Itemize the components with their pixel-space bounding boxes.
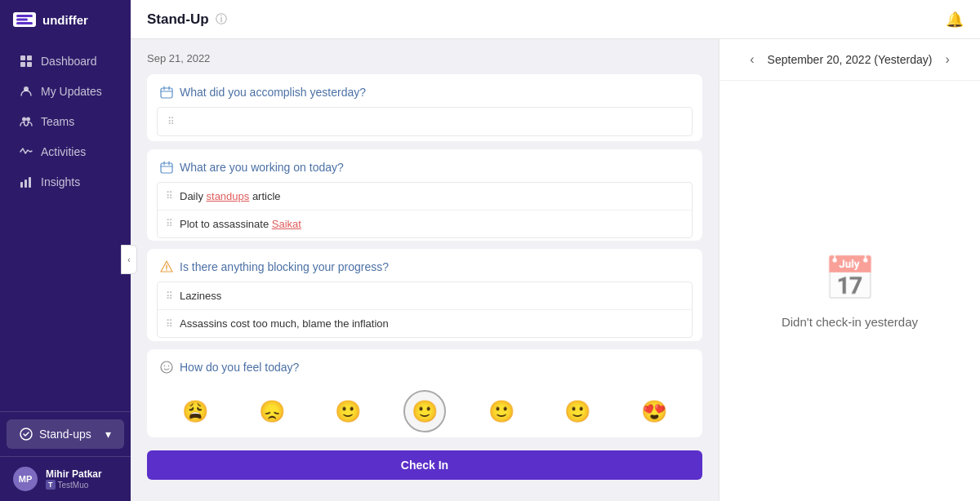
svg-rect-11: [24, 180, 27, 188]
sidebar-item-teams[interactable]: Teams: [7, 107, 124, 136]
my-updates-icon: [20, 85, 33, 98]
chevron-down-icon: ▾: [105, 428, 111, 441]
logo-text: undiffer: [42, 13, 88, 27]
prev-day-button[interactable]: ‹: [745, 51, 759, 69]
activities-icon: [20, 145, 33, 158]
topbar-right: 🔔: [946, 11, 964, 29]
q2-header: What are you working on today?: [147, 149, 702, 182]
calendar-icon-2: [160, 161, 173, 174]
emoji-4[interactable]: 🙂: [403, 390, 446, 432]
sidebar-item-insights[interactable]: Insights: [7, 167, 124, 197]
emoji-5[interactable]: 🙂: [480, 390, 523, 432]
q1-input-row[interactable]: ⠿: [157, 107, 693, 136]
warning-icon: [160, 260, 173, 273]
logo-icon: [13, 12, 36, 27]
emoji-row: 😩 😞 🙂 🙂 🙂 🙂 😍: [147, 382, 702, 437]
standup-label: Stand-ups: [39, 428, 91, 441]
sidebar-item-label: Insights: [41, 175, 80, 188]
standup-icon: [20, 428, 33, 441]
q3-card: Is there anything blocking your progress…: [147, 249, 702, 341]
main-area: Stand-Up ⓘ 🔔 Sep 21, 2022 What did you a…: [131, 0, 980, 501]
q2-items-box: ⠿ Daily standups article ⠿ Plot to assas…: [157, 182, 693, 238]
sidebar: undiffer Dashboard My Updates: [0, 0, 131, 501]
insights-icon: [20, 175, 33, 188]
q3-item-2-text: Assassins cost too much, blame the infla…: [180, 317, 389, 330]
content-area: Sep 21, 2022 What did you accomplish yes…: [131, 39, 980, 501]
sidebar-item-label: Activities: [41, 145, 86, 158]
check-in-button[interactable]: Check In: [147, 450, 702, 480]
info-icon[interactable]: ⓘ: [216, 12, 227, 27]
sidebar-item-label: My Updates: [41, 85, 102, 98]
emoji-2[interactable]: 😞: [251, 390, 293, 432]
team-badge: T: [46, 480, 56, 490]
q4-card: How do you feel today? 😩 😞 🙂 🙂 🙂 🙂 😍: [147, 349, 702, 437]
q2-item-2-text: Plot to assassinate Saikat: [180, 218, 301, 230]
right-panel-body: 📅 Didn't check-in yesterday: [719, 81, 980, 501]
svg-rect-3: [20, 55, 25, 60]
q4-header: How do you feel today?: [147, 349, 702, 382]
drag-handle-icon: ⠿: [166, 190, 173, 202]
page-title: Stand-Up: [147, 11, 209, 28]
q2-item-2[interactable]: ⠿ Plot to assassinate Saikat: [158, 211, 692, 237]
q2-card: What are you working on today? ⠿ Daily s…: [147, 149, 702, 242]
q3-item-2[interactable]: ⠿ Assassins cost too much, blame the inf…: [158, 310, 692, 337]
sidebar-item-label: Dashboard: [41, 55, 97, 68]
svg-rect-10: [20, 182, 23, 188]
team-name: TestMuo: [58, 481, 89, 490]
emoji-7[interactable]: 😍: [633, 390, 675, 432]
q2-item-1[interactable]: ⠿ Daily standups article: [158, 183, 692, 211]
notification-bell-icon[interactable]: 🔔: [946, 11, 964, 28]
right-panel: ‹ September 20, 2022 (Yesterday) › 📅 Did…: [719, 39, 980, 501]
emoji-3[interactable]: 🙂: [327, 390, 369, 432]
right-panel-header: ‹ September 20, 2022 (Yesterday) ›: [719, 39, 980, 81]
emoji-1[interactable]: 😩: [174, 390, 216, 432]
collapse-sidebar-button[interactable]: ‹: [121, 245, 137, 274]
drag-handle-icon: ⠿: [166, 318, 173, 330]
saikat-link[interactable]: Saikat: [272, 218, 301, 230]
dashboard-icon: [20, 55, 33, 68]
sidebar-item-my-updates[interactable]: My Updates: [7, 77, 124, 106]
avatar: MP: [13, 467, 38, 491]
svg-rect-12: [29, 177, 31, 188]
calendar-icon: [160, 86, 173, 99]
svg-point-17: [166, 270, 167, 272]
q4-label: How do you feel today?: [180, 361, 299, 374]
svg-rect-0: [16, 15, 33, 17]
q3-item-1-text: Laziness: [180, 290, 221, 302]
svg-point-19: [164, 366, 166, 367]
emoji-6[interactable]: 🙂: [556, 390, 599, 432]
q3-item-1[interactable]: ⠿ Laziness: [158, 282, 692, 310]
sidebar-item-activities[interactable]: Activities: [7, 137, 124, 166]
svg-rect-2: [16, 22, 33, 24]
sidebar-nav: Dashboard My Updates Teams: [0, 39, 131, 411]
drag-handle-icon: ⠿: [166, 218, 173, 229]
user-name: Mihir Patkar: [46, 468, 102, 480]
topbar: Stand-Up ⓘ 🔔: [131, 0, 980, 39]
svg-rect-1: [16, 19, 28, 21]
next-day-button[interactable]: ›: [940, 51, 954, 69]
drag-handle-icon: ⠿: [166, 290, 173, 302]
left-column: Sep 21, 2022 What did you accomplish yes…: [131, 39, 719, 501]
sidebar-item-dashboard[interactable]: Dashboard: [7, 47, 124, 76]
right-panel-date: September 20, 2022 (Yesterday): [768, 53, 933, 66]
svg-rect-6: [27, 62, 32, 67]
sidebar-item-standups[interactable]: Stand-ups ▾: [7, 419, 124, 449]
svg-rect-14: [161, 88, 172, 98]
sidebar-standup-section: Stand-ups ▾: [0, 411, 131, 456]
teams-icon: [20, 115, 33, 128]
sidebar-logo: undiffer: [0, 0, 131, 39]
user-info: Mihir Patkar T TestMuo: [46, 468, 102, 490]
svg-point-8: [22, 117, 26, 122]
q1-card: What did you accomplish yesterday? ⠿: [147, 74, 702, 141]
date-label: Sep 21, 2022: [147, 52, 702, 64]
q1-label: What did you accomplish yesterday?: [180, 86, 366, 99]
svg-rect-15: [161, 163, 172, 173]
calendar-illustration: 📅: [823, 254, 876, 304]
no-checkin-text: Didn't check-in yesterday: [782, 315, 918, 329]
q3-label: Is there anything blocking your progress…: [180, 260, 389, 273]
q2-label: What are you working on today?: [180, 161, 344, 174]
sidebar-footer: MP Mihir Patkar T TestMuo: [0, 456, 131, 501]
svg-point-9: [26, 117, 30, 122]
standups-link[interactable]: standups: [207, 190, 250, 202]
mood-icon: [160, 361, 173, 374]
